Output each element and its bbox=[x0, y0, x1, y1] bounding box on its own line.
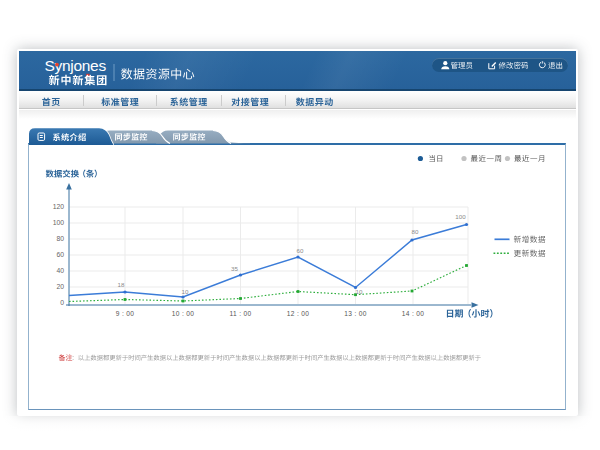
svg-text:0: 0 bbox=[60, 299, 64, 306]
svg-text:80: 80 bbox=[412, 228, 419, 235]
svg-text:18: 18 bbox=[118, 281, 125, 288]
svg-text:14 : 00: 14 : 00 bbox=[402, 310, 424, 317]
svg-text:9 : 00: 9 : 00 bbox=[116, 310, 134, 317]
svg-text:100: 100 bbox=[455, 213, 466, 220]
svg-text:20: 20 bbox=[56, 283, 64, 290]
svg-text:10: 10 bbox=[182, 288, 189, 295]
svg-text:120: 120 bbox=[53, 203, 65, 210]
svg-text:10 : 00: 10 : 00 bbox=[172, 310, 194, 317]
svg-text:12 : 00: 12 : 00 bbox=[287, 310, 309, 317]
svg-text:10: 10 bbox=[356, 288, 363, 295]
svg-text:11 : 00: 11 : 00 bbox=[230, 310, 252, 317]
svg-text:100: 100 bbox=[53, 219, 65, 226]
svg-text:60: 60 bbox=[297, 247, 304, 254]
svg-text:35: 35 bbox=[231, 265, 238, 272]
svg-text:60: 60 bbox=[56, 251, 64, 258]
svg-text:40: 40 bbox=[56, 267, 64, 274]
svg-text:80: 80 bbox=[56, 235, 64, 242]
svg-text:13 : 00: 13 : 00 bbox=[344, 310, 366, 317]
